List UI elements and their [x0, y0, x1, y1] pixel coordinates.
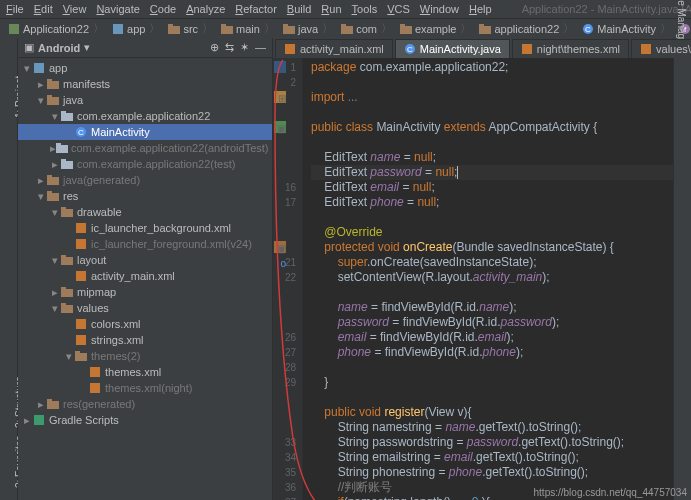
- svg-rect-23: [61, 113, 73, 121]
- breadcrumb-segment[interactable]: src〉: [164, 21, 217, 36]
- menu-analyze[interactable]: Analyze: [186, 3, 225, 15]
- collapse-all-icon[interactable]: ✶: [240, 41, 249, 54]
- svg-rect-5: [221, 24, 226, 27]
- svg-text:C: C: [585, 25, 591, 34]
- breadcrumb-segment[interactable]: com〉: [337, 21, 396, 36]
- menu-edit[interactable]: Edit: [34, 3, 53, 15]
- tree-arrow-icon[interactable]: ▾: [36, 94, 46, 107]
- tree-item[interactable]: ▸manifests: [18, 76, 272, 92]
- menu-run[interactable]: Run: [321, 3, 341, 15]
- android-view-icon[interactable]: ▣: [24, 41, 34, 54]
- tree-item[interactable]: ▸Gradle Scripts: [18, 412, 272, 428]
- tree-item[interactable]: ▾drawable: [18, 204, 272, 220]
- breadcrumb-segment[interactable]: example〉: [396, 21, 476, 36]
- tree-item[interactable]: ▾values: [18, 300, 272, 316]
- breadcrumb: Application22〉app〉src〉main〉java〉com〉exam…: [4, 21, 691, 36]
- tree-item[interactable]: themes.xml: [18, 364, 272, 380]
- tree-item[interactable]: ▾themes (2): [18, 348, 272, 364]
- xml-icon: [74, 269, 88, 283]
- tree-item[interactable]: ▾java: [18, 92, 272, 108]
- svg-rect-50: [90, 367, 100, 377]
- svg-rect-19: [47, 81, 59, 89]
- menu-code[interactable]: Code: [150, 3, 176, 15]
- folder-icon: [221, 23, 233, 35]
- svg-text:C: C: [78, 128, 84, 137]
- tree-arrow-icon[interactable]: ▾: [64, 350, 74, 363]
- tree-item[interactable]: ▾app: [18, 60, 272, 76]
- tree-arrow-icon[interactable]: ▾: [50, 110, 60, 123]
- xml-icon: [640, 43, 652, 55]
- svg-rect-48: [75, 353, 87, 361]
- tree-item[interactable]: themes.xml (night): [18, 380, 272, 396]
- select-opened-icon[interactable]: ⊕: [210, 41, 219, 54]
- tree-item[interactable]: ▾res: [18, 188, 272, 204]
- tree-arrow-icon[interactable]: ▾: [50, 206, 60, 219]
- menu-window[interactable]: Window: [420, 3, 459, 15]
- menu-view[interactable]: View: [63, 3, 87, 15]
- tree-item[interactable]: ic_launcher_foreground.xml (v24): [18, 236, 272, 252]
- tree-arrow-icon[interactable]: ▾: [36, 190, 46, 203]
- module-icon: [32, 61, 46, 75]
- tree-arrow-icon[interactable]: ▸: [36, 78, 46, 91]
- tree-arrow-icon[interactable]: ▸: [50, 158, 60, 171]
- breadcrumb-segment[interactable]: java〉: [279, 21, 337, 36]
- project-view-dropdown-icon[interactable]: ▾: [84, 41, 90, 54]
- tree-arrow-icon[interactable]: ▾: [50, 254, 60, 267]
- tree-item[interactable]: ▸mipmap: [18, 284, 272, 300]
- tree-arrow-icon[interactable]: ▾: [22, 62, 32, 75]
- menu-navigate[interactable]: Navigate: [96, 3, 139, 15]
- editor-area: activity_main.xmlCMainActivity.javanight…: [273, 38, 673, 500]
- tree-item[interactable]: activity_main.xml: [18, 268, 272, 284]
- breadcrumb-segment[interactable]: CMainActivity〉: [578, 21, 675, 36]
- menu-build[interactable]: Build: [287, 3, 311, 15]
- editor-tab[interactable]: activity_main.xml: [275, 39, 393, 58]
- svg-rect-45: [61, 303, 66, 306]
- tree-item[interactable]: CMainActivity: [18, 124, 272, 140]
- tree-arrow-icon[interactable]: ▸: [50, 286, 60, 299]
- tree-arrow-icon[interactable]: ▾: [50, 302, 60, 315]
- folder-icon: [46, 77, 60, 91]
- tree-item[interactable]: strings.xml: [18, 332, 272, 348]
- tree-item[interactable]: ▸java (generated): [18, 172, 272, 188]
- tree-item[interactable]: ic_launcher_background.xml: [18, 220, 272, 236]
- menu-file[interactable]: File: [6, 3, 24, 15]
- hide-icon[interactable]: —: [255, 41, 266, 54]
- tree-arrow-icon[interactable]: ▸: [36, 174, 46, 187]
- folder-icon: [60, 301, 74, 315]
- xml-icon: [88, 381, 102, 395]
- tree-item[interactable]: ▸com.example.application22 (androidTest): [18, 140, 272, 156]
- breadcrumb-segment[interactable]: Application22〉: [4, 21, 108, 36]
- editor-tab[interactable]: values\themes.xml: [631, 39, 691, 58]
- tree-item[interactable]: ▸res (generated): [18, 396, 272, 412]
- editor-tab[interactable]: CMainActivity.java: [395, 39, 510, 58]
- tree-item[interactable]: ▸com.example.application22 (test): [18, 156, 272, 172]
- tree-item[interactable]: ▾com.example.application22: [18, 108, 272, 124]
- menu-help[interactable]: Help: [469, 3, 492, 15]
- tree-arrow-icon[interactable]: ▸: [22, 414, 32, 427]
- svg-rect-49: [75, 351, 80, 354]
- menu-vcs[interactable]: VCS: [387, 3, 410, 15]
- expand-all-icon[interactable]: ⇆: [225, 41, 234, 54]
- svg-rect-55: [285, 44, 295, 54]
- tree-item[interactable]: colors.xml: [18, 316, 272, 332]
- editor-tab[interactable]: night\themes.xml: [512, 39, 629, 58]
- svg-rect-40: [61, 255, 66, 258]
- breadcrumb-segment[interactable]: app〉: [108, 21, 164, 36]
- svg-rect-11: [400, 24, 405, 27]
- svg-rect-59: [641, 44, 651, 54]
- project-view-label[interactable]: Android: [38, 42, 80, 54]
- gutter[interactable]: 12⊞▣1617▣⬆o2122262728293334353637: [273, 58, 303, 500]
- xml-icon: [74, 317, 88, 331]
- breadcrumb-segment[interactable]: main〉: [217, 21, 279, 36]
- menu-tools[interactable]: Tools: [352, 3, 378, 15]
- tree-item[interactable]: ▾layout: [18, 252, 272, 268]
- class-icon: C: [74, 125, 88, 139]
- class-icon: C: [582, 23, 594, 35]
- code-area[interactable]: 12⊞▣1617▣⬆o2122262728293334353637 packag…: [273, 58, 673, 500]
- menu-refactor[interactable]: Refactor: [235, 3, 277, 15]
- breadcrumb-segment[interactable]: application22〉: [475, 21, 578, 36]
- svg-rect-1: [113, 24, 123, 34]
- folder-icon: [46, 397, 60, 411]
- project-tree[interactable]: ▾app▸manifests▾java▾com.example.applicat…: [18, 58, 272, 430]
- tree-arrow-icon[interactable]: ▸: [36, 398, 46, 411]
